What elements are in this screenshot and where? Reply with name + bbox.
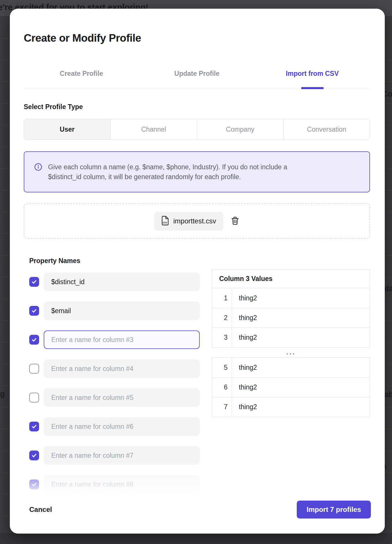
property-checkbox[interactable] xyxy=(29,422,39,431)
tab-update-profile[interactable]: Update Profile xyxy=(139,69,255,78)
modal-title: Create or Modify Profile xyxy=(24,32,370,45)
row-value: thing2 xyxy=(232,314,257,322)
column-values-preview: Column 3 Values 1 thing2 2 thing2 xyxy=(212,269,370,504)
active-tab-underline xyxy=(301,87,324,89)
dimmed-page-left-edge xyxy=(0,17,10,544)
csv-file-icon: csv xyxy=(161,216,169,227)
uploaded-file-chip[interactable]: csv importtest.csv xyxy=(154,212,223,231)
row-number: 1 xyxy=(212,288,232,308)
profile-type-option[interactable]: Channel xyxy=(110,119,197,139)
values-table-row: 2 thing2 xyxy=(212,308,370,328)
values-table-header: Column 3 Values xyxy=(212,270,370,288)
rows-ellipsis: ... xyxy=(212,348,370,357)
property-name-input[interactable] xyxy=(44,446,200,465)
property-checkbox[interactable] xyxy=(29,277,39,287)
property-checkbox[interactable] xyxy=(29,335,39,345)
row-number: 6 xyxy=(212,378,232,397)
profile-type-segmented-control: User Channel Company Conversation xyxy=(24,119,370,140)
row-number: 5 xyxy=(212,358,232,377)
mapping-area: Property Names xyxy=(29,256,370,504)
svg-text:csv: csv xyxy=(163,221,168,224)
uploaded-file-name: importtest.csv xyxy=(173,217,216,225)
modal-footer: Cancel Import 7 profiles xyxy=(29,501,371,519)
property-name-input[interactable] xyxy=(44,302,200,320)
values-table-bottom: 5 thing2 6 thing2 7 thing2 xyxy=(212,357,370,417)
profile-type-option[interactable]: Company xyxy=(197,119,283,139)
property-checkbox[interactable] xyxy=(29,306,39,316)
property-row xyxy=(29,446,200,465)
tab-import-from-csv[interactable]: Import from CSV xyxy=(254,69,370,78)
row-value: thing2 xyxy=(232,334,257,341)
property-names-column: Property Names xyxy=(29,256,200,504)
property-row xyxy=(29,388,200,407)
values-table-row: 5 thing2 xyxy=(212,358,370,377)
select-profile-type-label: Select Profile Type xyxy=(24,103,370,111)
property-checkbox[interactable] xyxy=(29,393,39,403)
property-row xyxy=(29,417,200,436)
property-name-input[interactable] xyxy=(44,388,200,407)
values-table-top: Column 3 Values 1 thing2 2 thing2 xyxy=(212,269,370,348)
csv-dropzone[interactable]: csv importtest.csv xyxy=(24,203,370,239)
property-checkbox[interactable] xyxy=(29,451,39,460)
property-name-input[interactable] xyxy=(44,359,200,378)
info-icon xyxy=(34,163,42,172)
profile-type-option[interactable]: User xyxy=(24,119,110,139)
property-names-heading: Property Names xyxy=(29,256,200,265)
profile-type-option[interactable]: Conversation xyxy=(283,119,370,139)
trash-icon xyxy=(231,216,239,226)
values-table-row: 3 thing2 xyxy=(212,328,370,347)
property-row xyxy=(29,330,200,349)
property-name-input[interactable] xyxy=(44,273,200,291)
create-or-modify-profile-modal: Create or Modify Profile Create Profile … xyxy=(10,9,385,534)
row-value: thing2 xyxy=(232,383,257,391)
row-number: 2 xyxy=(212,308,232,328)
remove-file-button[interactable] xyxy=(231,216,239,226)
info-banner: Give each column a name (e.g. $name, $ph… xyxy=(24,151,370,192)
property-name-input[interactable] xyxy=(44,330,200,349)
cancel-button[interactable]: Cancel xyxy=(29,506,52,514)
property-row xyxy=(29,302,200,320)
property-row xyxy=(29,359,200,378)
row-number: 3 xyxy=(212,328,232,347)
info-banner-text: Give each column a name (e.g. $name, $ph… xyxy=(48,162,317,182)
values-table-row: 1 thing2 xyxy=(212,288,370,308)
values-table-row: 7 thing2 xyxy=(212,397,370,417)
row-value: thing2 xyxy=(232,403,257,411)
row-value: thing2 xyxy=(232,364,257,372)
values-table-row: 6 thing2 xyxy=(212,377,370,397)
property-row xyxy=(29,475,200,494)
property-row xyxy=(29,273,200,291)
property-name-input[interactable] xyxy=(44,475,200,494)
tab-create-profile[interactable]: Create Profile xyxy=(24,69,139,78)
import-profiles-button[interactable]: Import 7 profiles xyxy=(297,501,371,519)
property-rows xyxy=(29,273,200,494)
row-number: 7 xyxy=(212,397,232,417)
property-checkbox[interactable] xyxy=(29,364,39,374)
dimmed-text-fragment: g xyxy=(0,389,5,398)
modal-tabs: Create Profile Update Profile Import fro… xyxy=(24,69,370,88)
property-checkbox[interactable] xyxy=(29,479,39,489)
dimmed-page-bottom xyxy=(0,533,392,544)
row-value: thing2 xyxy=(232,294,257,302)
property-name-input[interactable] xyxy=(44,417,200,436)
